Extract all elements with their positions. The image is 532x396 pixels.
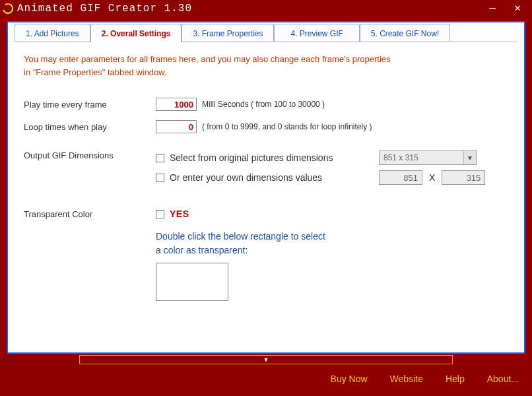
- tab-overall-settings[interactable]: 2. Overall Settings: [90, 24, 182, 42]
- dimensions-select-value: 851 x 315: [383, 153, 418, 162]
- height-input[interactable]: [442, 170, 485, 185]
- play-time-label: Play time every frame: [24, 100, 156, 110]
- tab-label: 2. Overall Settings: [102, 29, 171, 38]
- main-panel: 1. Add Pictures 2. Overall Settings 3. F…: [7, 21, 525, 354]
- x-separator: X: [429, 172, 435, 183]
- tab-strip: 1. Add Pictures 2. Overall Settings 3. F…: [8, 22, 524, 42]
- svg-point-0: [7, 4, 9, 6]
- loop-label: Loop times when play: [24, 122, 156, 132]
- transparent-instructions: Double click the below rectangle to sele…: [156, 230, 367, 257]
- tab-preview-gif[interactable]: 4. Preview GIF: [274, 24, 359, 42]
- checkbox-enter-own[interactable]: [156, 174, 164, 182]
- trans-instr-line: a color as transparent:: [156, 245, 248, 255]
- intro-line: in "Frame Properties" tabbed window.: [24, 67, 167, 77]
- tab-label: 3. Frame Properties: [193, 29, 263, 38]
- tab-create-gif[interactable]: 5. Create GIF Now!: [360, 24, 450, 42]
- checkbox-use-original[interactable]: [156, 154, 164, 162]
- intro-text: You may enter parameters for all frames …: [24, 53, 508, 79]
- transparent-color-picker[interactable]: [156, 263, 228, 301]
- dimensions-select[interactable]: 851 x 315 ▾: [379, 150, 477, 165]
- window-title: Animated GIF Creator 1.30: [17, 3, 192, 15]
- dimensions-label: Output GIF Dimensions: [24, 150, 156, 160]
- bottom-expander[interactable]: ▼: [79, 355, 453, 364]
- row-play-time: Play time every frame Milli Seconds ( fr…: [24, 96, 508, 112]
- title-bar: Animated GIF Creator 1.30 — ✕: [0, 0, 532, 17]
- transparent-yes-label: YES: [170, 209, 189, 219]
- link-buy-now[interactable]: Buy Now: [331, 374, 368, 384]
- tab-add-pictures[interactable]: 1. Add Pictures: [15, 24, 90, 42]
- tab-label: 4. Preview GIF: [290, 29, 343, 38]
- app-icon: [3, 3, 13, 14]
- link-about[interactable]: About...: [487, 374, 519, 384]
- tab-content: You may enter parameters for all frames …: [8, 42, 524, 352]
- footer-bar: Buy Now Website Help About...: [0, 364, 532, 393]
- chevron-down-icon: ▼: [263, 356, 269, 363]
- row-dimensions: Output GIF Dimensions Select from origin…: [24, 150, 508, 190]
- chevron-down-icon: ▾: [463, 151, 476, 164]
- checkbox-transparent[interactable]: [156, 210, 164, 218]
- trans-instr-line: Double click the below rectangle to sele…: [156, 231, 325, 242]
- intro-line: You may enter parameters for all frames …: [24, 54, 391, 64]
- row-transparent: Transparent Color YES: [24, 206, 508, 222]
- checkbox-enter-own-label: Or enter your own dimensions values: [170, 172, 322, 183]
- play-time-hint: Milli Seconds ( from 100 to 30000 ): [202, 100, 325, 109]
- window-controls: — ✕: [486, 0, 529, 17]
- row-loop-times: Loop times when play ( from 0 to 9999, a…: [24, 119, 508, 135]
- minimize-button[interactable]: —: [486, 3, 499, 14]
- tab-frame-properties[interactable]: 3. Frame Properties: [182, 24, 274, 42]
- tab-label: 1. Add Pictures: [26, 29, 79, 38]
- play-time-input[interactable]: [156, 98, 197, 111]
- close-button[interactable]: ✕: [511, 3, 524, 14]
- loop-hint: ( from 0 to 9999, and 0 stands for loop …: [202, 122, 372, 131]
- width-input[interactable]: [379, 170, 422, 185]
- transparent-label: Transparent Color: [24, 209, 156, 219]
- loop-input[interactable]: [156, 120, 197, 133]
- link-help[interactable]: Help: [446, 374, 465, 384]
- tab-label: 5. Create GIF Now!: [371, 29, 439, 38]
- checkbox-use-original-label: Select from original pictures dimensions: [170, 152, 333, 163]
- app-window: Animated GIF Creator 1.30 — ✕ 1. Add Pic…: [0, 0, 532, 396]
- link-website[interactable]: Website: [390, 374, 423, 384]
